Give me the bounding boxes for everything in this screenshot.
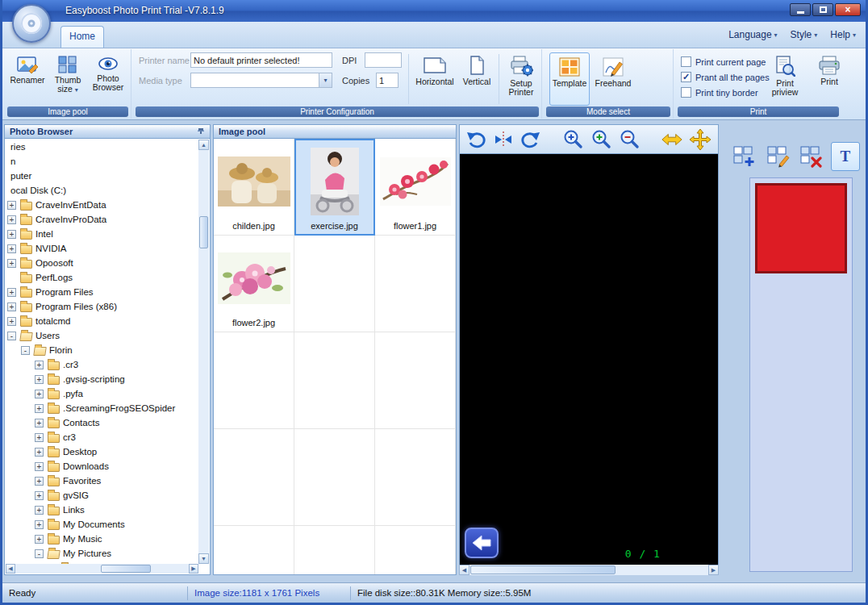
expand-icon[interactable]: + (35, 419, 44, 428)
tree-item-links[interactable]: +Links (6, 503, 198, 517)
menu-help[interactable]: Help▾ (830, 29, 856, 40)
maximize-button[interactable] (812, 3, 833, 16)
pan-horizontal-icon[interactable] (661, 128, 683, 151)
tree-item-totalcmd[interactable]: +totalcmd (6, 314, 198, 328)
vertical-button[interactable]: Vertical (458, 51, 495, 87)
expand-icon[interactable]: + (7, 259, 16, 268)
pan-move-icon[interactable] (689, 128, 712, 151)
expand-icon[interactable]: + (7, 288, 16, 297)
expand-icon[interactable]: + (35, 506, 44, 515)
tree-item-pyfa[interactable]: +.pyfa (6, 386, 198, 401)
image-pool-item-selected[interactable]: exercise.jpg (294, 139, 375, 236)
tree-item-users[interactable]: -Users (6, 328, 198, 343)
tree-item-my-pictures[interactable]: -My Pictures (6, 546, 198, 561)
app-menu-orb[interactable] (12, 4, 51, 43)
expand-icon[interactable]: + (7, 215, 16, 224)
tree-item-gvsig-scripting[interactable]: +.gvsig-scripting (6, 372, 198, 386)
scroll-right-icon[interactable]: ▶ (708, 565, 719, 575)
tree-item-desktop[interactable]: +Desktop (6, 444, 198, 459)
tree-horizontal-scrollbar[interactable]: ◀ ▶ (6, 564, 198, 574)
scrollbar-thumb[interactable] (101, 565, 151, 573)
tree-item-my-music[interactable]: +My Music (6, 532, 198, 546)
checkbox-print-current-page[interactable]: Print current page (681, 54, 770, 69)
tree-item-florin[interactable]: -Florin (6, 343, 198, 357)
tree-item-n[interactable]: n (6, 154, 198, 169)
tree-item-puter[interactable]: puter (6, 169, 198, 183)
scroll-left-icon[interactable]: ◀ (6, 564, 15, 574)
tree-vertical-scrollbar[interactable]: ▲ ▼ (198, 140, 209, 564)
collapse-icon[interactable]: - (7, 332, 16, 340)
expand-icon[interactable]: + (35, 462, 44, 471)
scroll-up-icon[interactable]: ▲ (198, 140, 209, 150)
expand-icon[interactable]: + (35, 520, 44, 529)
undo-icon[interactable] (466, 128, 487, 151)
scrollbar-thumb[interactable] (199, 216, 208, 248)
close-button[interactable]: × (835, 3, 861, 16)
tree-item-downloads[interactable]: +Downloads (6, 459, 198, 474)
preview-canvas[interactable]: 0 / 1 (459, 154, 719, 565)
tree-item-gvsig[interactable]: +gvSIG (6, 488, 198, 503)
tree-item-craveinventdata[interactable]: +CraveInvEntData (6, 198, 198, 212)
photo-browser-button[interactable]: Photo Browser (88, 51, 128, 106)
checkbox-unchecked-icon[interactable] (681, 56, 691, 67)
freehand-mode-button[interactable]: Freehand (593, 52, 633, 106)
scroll-left-icon[interactable]: ◀ (459, 565, 469, 575)
tree-item-craveinvprodata[interactable]: +CraveInvProData (6, 212, 198, 227)
pin-icon[interactable] (197, 127, 207, 136)
dpi-input[interactable] (365, 52, 402, 68)
tree-item-program-files-x86[interactable]: +Program Files (x86) (6, 299, 198, 314)
checkbox-print-tiny-border[interactable]: Print tiny border (681, 85, 770, 100)
scrollbar-thumb[interactable] (470, 565, 616, 574)
menu-language[interactable]: Language▾ (728, 29, 777, 40)
checkbox-unchecked-icon[interactable] (681, 87, 691, 98)
expand-icon[interactable]: + (35, 404, 44, 413)
setup-printer-button[interactable]: Setup Printer (502, 51, 540, 98)
tree-item-my-documents[interactable]: +My Documents (6, 517, 198, 532)
tree-item-perflogs[interactable]: PerfLogs (6, 270, 198, 285)
delete-template-button[interactable] (797, 142, 827, 171)
image-pool-item[interactable]: flower2.jpg (214, 236, 294, 332)
tree-item-contacts[interactable]: +Contacts (6, 415, 198, 430)
expand-icon[interactable]: + (7, 244, 16, 253)
redo-icon[interactable] (520, 128, 540, 151)
tree-item-opoosoft[interactable]: +Opoosoft (6, 256, 198, 270)
tree-item-favorites[interactable]: +Favorites (6, 474, 198, 488)
scroll-down-icon[interactable]: ▼ (198, 553, 209, 564)
previous-page-button[interactable] (465, 528, 499, 558)
template-page-thumbnail[interactable] (755, 183, 847, 273)
minimize-button[interactable] (790, 3, 811, 16)
copies-input[interactable] (376, 73, 399, 88)
zoom-in-icon[interactable] (561, 128, 584, 151)
horizontal-button[interactable]: Horizontal (413, 51, 457, 87)
image-pool-item[interactable]: flower1.jpg (375, 139, 456, 236)
expand-icon[interactable]: + (35, 491, 44, 500)
expand-icon[interactable]: + (7, 317, 16, 326)
mirror-icon[interactable] (493, 128, 514, 151)
expand-icon[interactable]: + (35, 535, 44, 544)
thumb-size-button[interactable]: Thumb size ▾ (48, 51, 88, 106)
tree-item-cr3[interactable]: +.cr3 (6, 357, 198, 372)
scroll-right-icon[interactable]: ▶ (189, 564, 198, 574)
image-pool-item[interactable]: childen.jpg (214, 139, 294, 236)
print-preview-button[interactable]: Print priview (763, 51, 807, 98)
tree-item-intel[interactable]: +Intel (6, 227, 198, 241)
tree-item-nvidia[interactable]: +NVIDIA (6, 241, 198, 256)
zoom-out-icon[interactable] (618, 128, 641, 151)
expand-icon[interactable]: + (7, 230, 16, 239)
expand-icon[interactable]: + (35, 361, 44, 369)
tree-item-cr3[interactable]: +cr3 (6, 430, 198, 444)
print-button[interactable]: Print (810, 51, 849, 87)
tree-item-screamingfrogseospider[interactable]: +.ScreamingFrogSEOSpider (6, 401, 198, 415)
preview-horizontal-scrollbar[interactable]: ◀ ▶ (459, 565, 719, 575)
expand-icon[interactable]: + (35, 433, 44, 442)
tree-item-program-files[interactable]: +Program Files (6, 285, 198, 299)
expand-icon[interactable]: + (7, 302, 16, 311)
add-template-button[interactable] (730, 142, 760, 171)
text-tool-button[interactable]: T (831, 142, 861, 171)
media-type-select[interactable]: ▾ (190, 73, 332, 88)
checkbox-prant-all-the-pages[interactable]: ✓Prant all the pages (681, 69, 770, 85)
edit-template-button[interactable] (764, 142, 794, 171)
tree-item-ocal-disk-c[interactable]: ocal Disk (C:) (6, 183, 198, 198)
expand-icon[interactable]: + (7, 201, 16, 210)
tree-item-ries[interactable]: ries (6, 140, 198, 154)
